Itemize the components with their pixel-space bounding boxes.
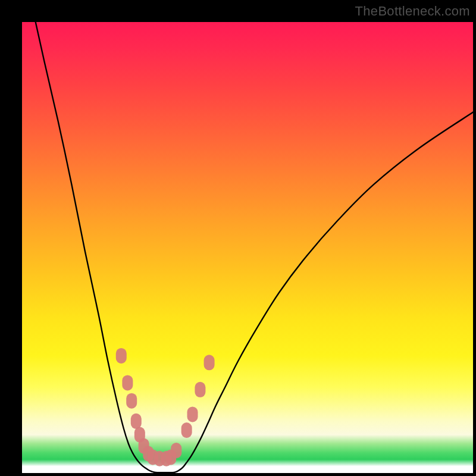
- curve-overlay: [22, 22, 473, 473]
- highlight-marker: [181, 422, 192, 438]
- highlight-marker: [131, 414, 142, 429]
- highlight-marker: [122, 375, 133, 390]
- highlight-marker: [143, 446, 154, 461]
- highlight-marker: [171, 443, 181, 458]
- highlight-marker: [126, 393, 137, 409]
- highlight-marker: [116, 348, 127, 364]
- v-curve: [36, 22, 473, 472]
- bottleneck-curve: [36, 22, 473, 472]
- plot-area: [22, 22, 473, 473]
- highlight-marker: [154, 451, 165, 466]
- highlight-marker: [165, 449, 176, 465]
- highlight-marker: [161, 451, 172, 466]
- chart-stage: TheBottleneck.com: [0, 0, 476, 476]
- highlight-marker: [204, 355, 215, 370]
- highlight-marker: [187, 406, 198, 422]
- highlight-marker: [134, 427, 145, 443]
- watermark-text: TheBottleneck.com: [355, 4, 470, 19]
- highlight-marker: [148, 449, 158, 465]
- marker-group: [116, 348, 215, 466]
- highlight-marker: [139, 439, 149, 454]
- highlight-marker: [195, 382, 205, 397]
